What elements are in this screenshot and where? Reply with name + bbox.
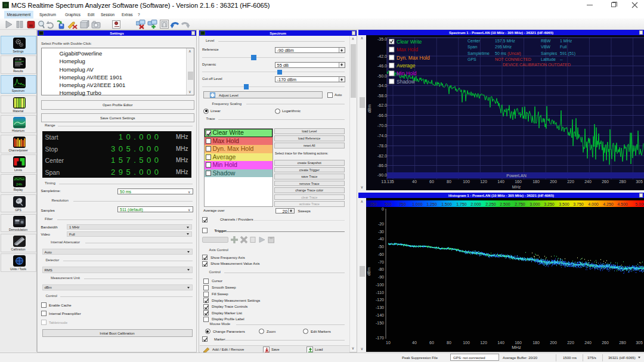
svg-text:-110: -110 bbox=[376, 290, 385, 295]
svg-text:-90.0: -90.0 bbox=[377, 173, 387, 177]
svg-text:DEVICE CALIBRATION OUTDATED: DEVICE CALIBRATION OUTDATED bbox=[503, 63, 571, 67]
svg-text:50 ms (Uncal): 50 ms (Uncal) bbox=[495, 51, 521, 56]
svg-text:-140: -140 bbox=[376, 313, 384, 317]
svg-text:-54.0: -54.0 bbox=[377, 83, 387, 88]
svg-text:220: 220 bbox=[567, 341, 574, 345]
svg-text:40: 40 bbox=[412, 180, 417, 184]
svg-text:Latitude: Latitude bbox=[541, 57, 556, 61]
svg-text:-74.0: -74.0 bbox=[377, 134, 387, 138]
svg-text:RBW: RBW bbox=[541, 39, 551, 43]
svg-text:157.5 MHz: 157.5 MHz bbox=[495, 39, 515, 43]
svg-text:Average: Average bbox=[397, 63, 416, 69]
svg-text:60: 60 bbox=[429, 341, 434, 345]
svg-text:-86.0: -86.0 bbox=[377, 163, 387, 168]
svg-text:200: 200 bbox=[550, 341, 557, 345]
svg-text:-50.0: -50.0 bbox=[377, 74, 387, 78]
svg-text:-46.0: -46.0 bbox=[377, 64, 387, 68]
svg-text:240: 240 bbox=[584, 341, 592, 345]
svg-text:40: 40 bbox=[412, 341, 417, 345]
svg-text:260: 260 bbox=[602, 180, 609, 184]
svg-text:591 (51): 591 (51) bbox=[560, 51, 575, 56]
svg-text:-70: -70 bbox=[378, 260, 384, 264]
svg-text:-62.0: -62.0 bbox=[377, 103, 387, 107]
svg-text:-20: -20 bbox=[378, 222, 384, 226]
svg-text:280: 280 bbox=[619, 341, 626, 345]
svg-text:0: 0 bbox=[382, 207, 384, 211]
svg-text:Max Hold: Max Hold bbox=[397, 47, 418, 52]
svg-text:Center: Center bbox=[467, 39, 481, 43]
svg-text:-90: -90 bbox=[378, 275, 384, 279]
svg-text:GPS: GPS bbox=[467, 57, 476, 61]
svg-text:60: 60 bbox=[429, 180, 434, 184]
svg-text:100: 100 bbox=[463, 180, 470, 184]
svg-text:-35.0: -35.0 bbox=[377, 37, 387, 41]
svg-text:Min Hold: Min Hold bbox=[397, 70, 417, 76]
svg-text:-82.0: -82.0 bbox=[377, 154, 387, 158]
svg-text:MHz: MHz bbox=[512, 345, 521, 350]
svg-text:-100: -100 bbox=[376, 283, 384, 287]
svg-text:305: 305 bbox=[636, 341, 643, 345]
svg-text:180: 180 bbox=[532, 341, 540, 345]
svg-text:24h: 24h bbox=[16, 182, 22, 186]
svg-text:-120: -120 bbox=[376, 298, 384, 302]
svg-text:160: 160 bbox=[515, 180, 522, 184]
svg-text:13.135: 13.135 bbox=[381, 180, 394, 184]
svg-text:-42.0: -42.0 bbox=[377, 54, 387, 58]
svg-text:MHz: MHz bbox=[512, 185, 521, 189]
svg-text:-66.0: -66.0 bbox=[377, 113, 387, 117]
svg-text:dBm: dBm bbox=[367, 104, 371, 113]
svg-text:240: 240 bbox=[584, 180, 592, 184]
svg-text:160: 160 bbox=[515, 341, 522, 345]
svg-text:305: 305 bbox=[636, 180, 643, 184]
svg-text:220: 220 bbox=[567, 180, 574, 184]
svg-text:-58.0: -58.0 bbox=[377, 94, 387, 98]
svg-text:--: -- bbox=[560, 57, 563, 61]
svg-text:Shadow: Shadow bbox=[397, 79, 416, 85]
svg-text:-30: -30 bbox=[378, 230, 384, 234]
svg-text:157.4M: 157.4M bbox=[15, 58, 21, 61]
svg-text:Clear Write: Clear Write bbox=[397, 39, 422, 45]
svg-text:Dyn. Max Hold: Dyn. Max Hold bbox=[397, 55, 430, 61]
svg-text:120: 120 bbox=[480, 341, 487, 345]
svg-text:-80: -80 bbox=[378, 267, 384, 271]
svg-text:Samples: Samples bbox=[541, 51, 558, 56]
svg-text:dBm: dBm bbox=[367, 267, 371, 276]
svg-text:260: 260 bbox=[602, 341, 609, 345]
svg-text:-60: -60 bbox=[378, 252, 384, 256]
svg-text:-50: -50 bbox=[378, 245, 384, 249]
svg-text:200: 200 bbox=[550, 180, 557, 184]
svg-text:-70.0: -70.0 bbox=[377, 123, 387, 128]
svg-text:80: 80 bbox=[447, 341, 451, 345]
svg-text:140: 140 bbox=[497, 180, 504, 184]
svg-text:Span: Span bbox=[467, 45, 477, 49]
svg-text:10: 10 bbox=[386, 341, 391, 345]
svg-text:100: 100 bbox=[463, 341, 470, 345]
svg-text:-170: -170 bbox=[376, 336, 384, 340]
svg-text:140: 140 bbox=[497, 341, 504, 345]
svg-text:295 MHz: 295 MHz bbox=[495, 45, 512, 49]
svg-text:120: 120 bbox=[480, 180, 487, 184]
svg-text:180: 180 bbox=[532, 180, 540, 184]
svg-text:Sampletime: Sampletime bbox=[467, 51, 490, 56]
svg-text:NOT CONNECTED: NOT CONNECTED bbox=[495, 57, 531, 61]
svg-text:-130: -130 bbox=[376, 305, 384, 310]
svg-text:-78.0: -78.0 bbox=[377, 144, 387, 148]
svg-text:1 MHz: 1 MHz bbox=[560, 39, 572, 43]
svg-text:80: 80 bbox=[447, 180, 451, 184]
svg-text:-40: -40 bbox=[378, 237, 384, 241]
svg-text:-150: -150 bbox=[376, 321, 384, 325]
svg-text:280: 280 bbox=[619, 180, 626, 184]
svg-text:Full: Full bbox=[560, 45, 567, 49]
svg-text:VBW: VBW bbox=[541, 45, 550, 49]
svg-text:PowerLAN: PowerLAN bbox=[506, 174, 526, 178]
